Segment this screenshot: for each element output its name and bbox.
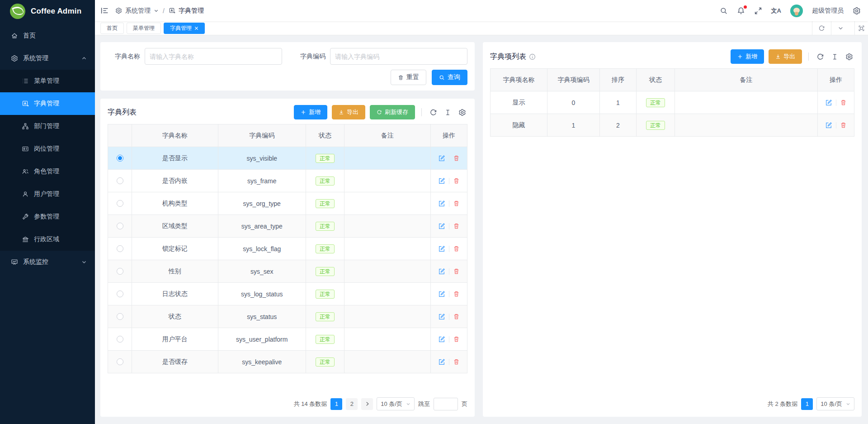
close-icon[interactable] [194, 26, 198, 30]
edit-icon[interactable] [438, 313, 445, 320]
edit-icon[interactable] [438, 291, 445, 298]
sidebar-item-system-mgmt[interactable]: 系统管理 [0, 47, 95, 70]
delete-icon[interactable] [453, 200, 460, 207]
tab-menu-mgmt[interactable]: 菜单管理 [127, 23, 161, 34]
delete-icon[interactable] [453, 336, 460, 343]
language-translate-icon[interactable]: 文A [771, 7, 781, 15]
tab-dict-mgmt[interactable]: 字典管理 [164, 23, 205, 34]
refresh-table-icon[interactable] [816, 53, 824, 61]
edit-icon[interactable] [825, 122, 832, 129]
download-icon [339, 110, 344, 115]
jump-page-input[interactable] [434, 398, 458, 410]
table-row[interactable]: 是否显示 sys_visible 正常 [108, 147, 467, 170]
next-page-button[interactable] [361, 398, 373, 410]
delete-icon[interactable] [453, 358, 460, 365]
table-row[interactable]: 锁定标记 sys_lock_flag 正常 [108, 238, 467, 260]
sidebar-item-dict-mgmt[interactable]: 字典管理 [0, 92, 95, 115]
user-name[interactable]: 超级管理员 [812, 7, 844, 15]
row-height-icon[interactable] [444, 109, 451, 116]
row-radio[interactable] [117, 155, 123, 162]
sidebar-item-user-mgmt[interactable]: 用户管理 [0, 183, 95, 205]
sidebar-item-dept-mgmt[interactable]: 部门管理 [0, 115, 95, 138]
row-radio[interactable] [117, 313, 123, 320]
edit-icon[interactable] [438, 336, 445, 343]
search-button[interactable]: 查询 [432, 70, 467, 85]
edit-icon[interactable] [438, 177, 445, 185]
delete-icon[interactable] [840, 122, 847, 129]
tabs-menu-chevron-down-icon[interactable] [831, 21, 850, 35]
table-settings-gear-icon[interactable] [458, 109, 466, 116]
delete-icon[interactable] [453, 291, 460, 297]
tab-home[interactable]: 首页 [100, 23, 124, 34]
export-dict-button[interactable]: 导出 [332, 105, 365, 119]
table-row[interactable]: 是否缓存 sys_keepalive 正常 [108, 351, 467, 373]
chevron-down-icon[interactable] [154, 8, 159, 13]
page-1-button[interactable]: 1 [330, 398, 342, 410]
cell-remark [344, 283, 431, 305]
sidebar-item-param-mgmt[interactable]: 参数管理 [0, 205, 95, 228]
row-radio[interactable] [117, 200, 123, 207]
refresh-tabs-icon[interactable] [812, 21, 831, 35]
table-row[interactable]: 区域类型 sys_area_type 正常 [108, 215, 467, 238]
table-row[interactable]: 机构类型 sys_org_type 正常 [108, 192, 467, 215]
settings-gear-icon[interactable] [853, 7, 861, 15]
maximize-content-icon[interactable] [854, 21, 868, 35]
refresh-cache-button[interactable]: 刷新缓存 [370, 105, 415, 119]
table-row[interactable]: 是否内嵌 sys_frame 正常 [108, 170, 467, 192]
table-settings-gear-icon[interactable] [845, 53, 853, 61]
row-radio[interactable] [117, 245, 123, 252]
row-radio[interactable] [117, 291, 123, 297]
row-radio[interactable] [117, 336, 123, 343]
divider [421, 108, 422, 116]
dict-name-input[interactable] [145, 48, 282, 65]
edit-icon[interactable] [438, 245, 445, 252]
delete-icon[interactable] [453, 268, 460, 275]
delete-icon[interactable] [453, 313, 460, 320]
delete-icon[interactable] [453, 177, 460, 184]
avatar[interactable] [790, 5, 803, 17]
table-row[interactable]: 性别 sys_sex 正常 [108, 260, 467, 283]
dict-code-input[interactable] [330, 48, 467, 65]
sidebar-item-admin-region[interactable]: 行政区域 [0, 228, 95, 251]
delete-icon[interactable] [453, 223, 460, 229]
page-size-select[interactable]: 10 条/页 [377, 397, 415, 410]
table-row[interactable]: 显示 0 1 正常 [491, 91, 854, 114]
row-radio[interactable] [117, 268, 123, 275]
edit-icon[interactable] [438, 200, 445, 207]
page-size-select[interactable]: 10 条/页 [816, 397, 854, 410]
table-row[interactable]: 日志状态 sys_log_status 正常 [108, 283, 467, 305]
search-icon[interactable] [720, 7, 728, 15]
export-dict-item-button[interactable]: 导出 [769, 49, 802, 64]
page-2-button[interactable]: 2 [346, 398, 358, 410]
row-radio[interactable] [117, 358, 123, 365]
delete-icon[interactable] [453, 245, 460, 252]
edit-icon[interactable] [438, 155, 445, 162]
sidebar-item-menu-mgmt[interactable]: 菜单管理 [0, 70, 95, 92]
divider [449, 359, 449, 365]
sidebar-collapse-icon[interactable] [100, 6, 109, 15]
edit-icon[interactable] [438, 268, 445, 275]
edit-icon[interactable] [438, 358, 445, 366]
row-height-icon[interactable] [831, 53, 838, 60]
row-radio[interactable] [117, 177, 123, 184]
breadcrumb-level1[interactable]: 系统管理 [125, 7, 151, 15]
add-dict-item-button[interactable]: 新增 [731, 49, 764, 64]
table-row[interactable]: 状态 sys_status 正常 [108, 305, 467, 328]
fullscreen-icon[interactable] [754, 7, 762, 15]
sidebar-item-system-monitor[interactable]: 系统监控 [0, 251, 95, 273]
sidebar-item-role-mgmt[interactable]: 角色管理 [0, 160, 95, 183]
page-1-button[interactable]: 1 [801, 398, 813, 410]
edit-icon[interactable] [825, 99, 832, 106]
delete-icon[interactable] [840, 99, 847, 106]
refresh-table-icon[interactable] [429, 109, 437, 116]
reset-button[interactable]: 重置 [391, 70, 426, 85]
row-radio[interactable] [117, 223, 123, 229]
sidebar-item-post-mgmt[interactable]: 岗位管理 [0, 138, 95, 160]
table-row[interactable]: 用户平台 sys_user_platform 正常 [108, 328, 467, 351]
notification-bell-icon[interactable] [737, 7, 745, 15]
delete-icon[interactable] [453, 155, 460, 162]
sidebar-item-home[interactable]: 首页 [0, 24, 95, 47]
add-dict-button[interactable]: 新增 [294, 105, 327, 119]
table-row[interactable]: 隐藏 1 2 正常 [491, 114, 854, 137]
edit-icon[interactable] [438, 223, 445, 230]
